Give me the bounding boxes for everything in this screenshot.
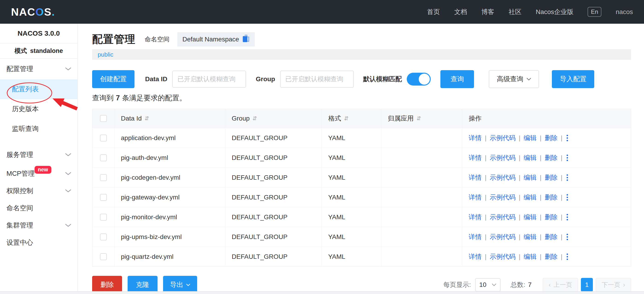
detail-link[interactable]: 详情 — [469, 173, 482, 182]
edit-link[interactable]: 编辑 — [524, 173, 537, 182]
cell-actions: 详情 | 示例代码 | 编辑 | 删除 | — [462, 227, 631, 247]
search-button[interactable]: 查询 — [440, 70, 474, 88]
row-checkbox[interactable] — [100, 174, 107, 181]
cell-format: YAML — [322, 247, 382, 266]
sample-code-link[interactable]: 示例代码 — [490, 193, 516, 202]
sort-icon[interactable]: ⇵ — [252, 115, 257, 122]
namespace-selector[interactable]: Default Namespace — [177, 32, 255, 46]
sidebar-item-config-list[interactable]: 配置列表 — [0, 79, 78, 99]
edit-link[interactable]: 编辑 — [524, 252, 537, 261]
edit-link[interactable]: 编辑 — [524, 193, 537, 202]
nav-item-blog[interactable]: 博客 — [482, 7, 494, 16]
action-separator: | — [561, 194, 562, 201]
sidebar-item-cluster-management[interactable]: 集群管理 — [0, 217, 78, 234]
detail-link[interactable]: 详情 — [469, 153, 482, 162]
more-actions-icon[interactable] — [566, 174, 568, 181]
header-app: 归属应用⇵ — [382, 109, 462, 128]
delete-link[interactable]: 删除 — [545, 213, 558, 222]
prev-page-button[interactable]: ‹ 上一页 — [543, 278, 578, 292]
sidebar-item-history-versions[interactable]: 历史版本 — [0, 99, 78, 119]
advanced-search-button[interactable]: 高级查询 — [489, 70, 539, 88]
delete-link[interactable]: 删除 — [545, 173, 558, 182]
detail-link[interactable]: 详情 — [469, 134, 482, 142]
action-separator: | — [485, 174, 486, 181]
data-id-value: pig-monitor-dev.yml — [121, 214, 177, 221]
sidebar-item-namespace[interactable]: 命名空间 — [0, 199, 78, 217]
more-actions-icon[interactable] — [566, 234, 568, 240]
header-label: 操作 — [469, 114, 482, 123]
edit-link[interactable]: 编辑 — [524, 134, 537, 142]
more-actions-icon[interactable] — [566, 155, 568, 161]
row-checkbox[interactable] — [100, 135, 107, 141]
row-checkbox[interactable] — [100, 234, 107, 240]
action-separator: | — [485, 194, 486, 201]
sort-icon[interactable]: ⇵ — [416, 115, 421, 122]
select-all-checkbox[interactable] — [100, 115, 107, 122]
page-size-label: 每页显示: — [444, 281, 471, 289]
fuzzy-match-toggle[interactable] — [407, 73, 431, 86]
import-config-button[interactable]: 导入配置 — [552, 70, 594, 88]
delete-link[interactable]: 删除 — [545, 193, 558, 202]
sidebar-item-service-management[interactable]: 服务管理 — [0, 145, 78, 165]
row-checkbox[interactable] — [100, 214, 107, 221]
nav-item-docs[interactable]: 文档 — [454, 7, 467, 16]
detail-link[interactable]: 详情 — [469, 193, 482, 202]
edit-link[interactable]: 编辑 — [524, 233, 537, 241]
edit-link[interactable]: 编辑 — [524, 153, 537, 162]
delete-link[interactable]: 删除 — [545, 153, 558, 162]
tab-public[interactable]: public — [98, 51, 113, 58]
delete-link[interactable]: 删除 — [545, 233, 558, 241]
dataid-input[interactable] — [172, 71, 246, 88]
detail-link[interactable]: 详情 — [469, 233, 482, 241]
group-value: DEFAULT_GROUP — [232, 134, 288, 142]
action-separator: | — [540, 134, 542, 142]
sample-code-link[interactable]: 示例代码 — [490, 173, 516, 182]
user-menu[interactable]: nacos — [616, 8, 633, 16]
delete-link[interactable]: 删除 — [545, 134, 558, 142]
sample-code-link[interactable]: 示例代码 — [490, 134, 516, 142]
sidebar-item-auth-control[interactable]: 权限控制 — [0, 182, 78, 199]
sort-icon[interactable]: ⇵ — [344, 115, 348, 122]
more-actions-icon[interactable] — [566, 194, 568, 201]
cell-group: DEFAULT_GROUP — [225, 168, 322, 187]
sidebar-item-config-management[interactable]: 配置管理 — [0, 59, 78, 79]
sidebar-item-listener-query[interactable]: 监听查询 — [0, 119, 78, 139]
group-input[interactable] — [280, 71, 354, 88]
row-checkbox[interactable] — [100, 154, 107, 161]
row-checkbox[interactable] — [100, 253, 107, 260]
header-label: Data Id — [121, 115, 142, 122]
nav-item-community[interactable]: 社区 — [508, 7, 522, 16]
delete-link[interactable]: 删除 — [545, 252, 558, 261]
total-label: 总数: — [511, 281, 526, 289]
detail-link[interactable]: 详情 — [469, 213, 482, 222]
table-row: pig-monitor-dev.yml DEFAULT_GROUP YAML 详… — [92, 207, 631, 227]
page-size-select[interactable]: 10 — [475, 278, 500, 292]
nav-item-home[interactable]: 首页 — [427, 7, 440, 16]
more-actions-icon[interactable] — [566, 135, 568, 141]
top-navbar: NACOS. 首页 文档 博客 社区 Nacos企业版 En nacos — [0, 0, 644, 24]
detail-link[interactable]: 详情 — [469, 252, 482, 261]
current-page-button[interactable]: 1 — [581, 278, 593, 292]
sort-icon[interactable]: ⇵ — [144, 115, 149, 122]
more-actions-icon[interactable] — [566, 254, 568, 260]
chevron-down-icon — [65, 153, 72, 157]
sample-code-link[interactable]: 示例代码 — [490, 213, 516, 222]
nav-item-enterprise[interactable]: Nacos企业版 — [536, 7, 573, 16]
sidebar-item-label: MCP管理 — [6, 169, 34, 178]
next-page-button[interactable]: 下一页 › — [596, 278, 631, 292]
sample-code-link[interactable]: 示例代码 — [490, 153, 516, 162]
copy-icon[interactable] — [242, 34, 250, 45]
sample-code-link[interactable]: 示例代码 — [490, 233, 516, 241]
row-checkbox[interactable] — [100, 194, 107, 201]
language-switch-button[interactable]: En — [588, 7, 602, 17]
more-actions-icon[interactable] — [566, 214, 568, 220]
sidebar-item-label: 服务管理 — [6, 150, 33, 159]
cell-data-id: pig-upms-biz-dev.yml — [114, 227, 225, 247]
create-config-button[interactable]: 创建配置 — [92, 70, 134, 88]
header-format: 格式⇵ — [322, 109, 382, 128]
sidebar-item-mcp-management[interactable]: MCP管理 new — [0, 165, 78, 182]
chevron-down-icon — [186, 284, 190, 286]
edit-link[interactable]: 编辑 — [524, 213, 537, 222]
sidebar-item-settings-center[interactable]: 设置中心 — [0, 234, 78, 251]
sample-code-link[interactable]: 示例代码 — [490, 252, 516, 261]
